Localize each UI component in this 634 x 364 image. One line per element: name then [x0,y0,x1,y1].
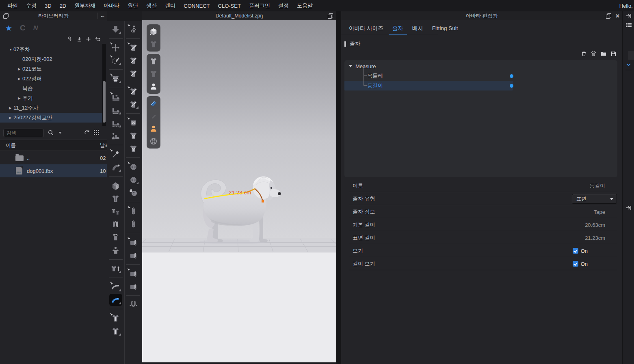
refresh-icon[interactable] [84,130,90,136]
fabric-roll4-tool-icon[interactable] [127,280,140,293]
tack-tool-icon[interactable] [109,161,122,173]
file-list-header[interactable]: 이름 날짜 [0,140,107,151]
save-icon[interactable] [610,51,617,57]
library-tree-item[interactable]: 복습 [0,84,103,93]
delete-icon[interactable] [581,51,587,57]
add-icon[interactable] [86,37,91,42]
menu-14[interactable]: 도움말 [293,2,317,9]
clo-logo-icon[interactable]: C [20,24,26,32]
close-icon[interactable]: ✕ [615,13,620,19]
undo-icon[interactable] [95,37,100,42]
n-logo-icon[interactable]: N [32,24,39,32]
library-tree-item[interactable]: ▶250227강의교안 [0,113,103,123]
library-tree-item[interactable]: ▶11_12주차 [0,103,103,113]
library-tree-item[interactable]: ▶022점퍼 [0,74,103,84]
viewport-3d-scene[interactable]: 21.23 cm [142,20,336,362]
button-lock-tool-icon[interactable] [127,187,140,199]
zipper-tool-icon[interactable] [127,218,140,230]
measure-visible-dot[interactable] [510,84,513,88]
collapse-right-icon[interactable] [623,13,634,18]
search-filter-icon[interactable] [58,132,62,134]
measure-visible-dot[interactable] [510,74,513,78]
menu-12[interactable]: 플러그인 [245,2,274,9]
library-tree-item[interactable]: 020자켓-002 [0,54,103,64]
show-globe-icon[interactable] [148,136,159,146]
checkbox-checked-icon[interactable] [573,248,578,254]
tape-type-dropdown[interactable]: 표면 [572,194,617,204]
show-sheet-icon[interactable] [148,111,159,121]
chevron-right-icon[interactable]: ▶ [9,106,13,110]
curve-sew-tool-icon[interactable] [109,117,122,129]
texture-shirt2-tool-icon[interactable] [127,142,140,155]
menu-5[interactable]: 원부자재 [70,2,100,9]
library-tree-item[interactable]: ▼07주차 [0,45,103,54]
chevron-right-icon[interactable]: ▶ [9,116,13,120]
menu-11[interactable]: CLO-SET [214,3,245,9]
walk-pose-tool-icon[interactable] [127,23,140,35]
button-place-tool-icon[interactable] [127,161,140,173]
file-row[interactable]: ..02 [0,151,107,164]
show-garment-icon[interactable] [148,56,159,66]
download-icon[interactable] [77,37,82,42]
pattern-cut-tool-icon[interactable] [127,67,140,80]
list-view-icon[interactable] [623,22,634,28]
menu-6[interactable]: 아바타 [100,2,123,9]
menu-2[interactable]: 수정 [22,2,41,9]
menu-1[interactable]: 파일 [3,2,22,9]
garment-measure-tool-icon[interactable] [109,312,122,324]
segment-sew-tool-icon[interactable] [109,91,122,103]
view-garment-icon[interactable] [148,39,159,49]
menu-10[interactable]: CONNECT [180,3,214,9]
library-tree-item[interactable]: ▶021코트 [0,64,103,74]
chevron-down-icon[interactable] [349,65,352,67]
pattern-slash-tool-icon[interactable] [127,41,140,54]
menu-9[interactable]: 렌더 [161,2,180,9]
search-input[interactable]: 검색 [3,129,44,137]
zipper-place-tool-icon[interactable] [127,205,140,217]
pattern-dart-tool-icon[interactable] [127,98,140,110]
free-sew-tool-icon[interactable] [109,104,122,116]
chevron-down-icon[interactable]: ▼ [9,47,13,52]
avatar-fit-tool-icon[interactable] [109,244,122,256]
menu-3[interactable]: 3D [41,3,56,9]
wrap-tool-icon[interactable] [109,218,122,230]
show-transfer-icon[interactable] [148,69,159,79]
fold-arrangement-tool-icon[interactable] [109,179,122,192]
float-window-icon[interactable] [328,13,333,19]
pattern-trace-tool-icon[interactable] [127,85,140,97]
library-scrollbar[interactable] [102,44,106,126]
fabric-roll2-tool-icon[interactable] [127,249,140,261]
float-window-icon[interactable] [606,13,611,19]
measure-root-row[interactable]: Measure [344,61,617,71]
sculpt-tool-icon[interactable] [109,54,122,67]
tab-3[interactable]: 배치 [408,23,428,35]
view-3d-icon[interactable] [148,27,159,37]
drape-tool-icon[interactable] [109,73,122,85]
pin-tool-icon[interactable] [109,148,122,160]
file-row[interactable]: dog001.fbx10 [0,164,107,177]
chevron-right-icon[interactable]: ▶ [18,96,22,100]
date-column-header[interactable]: 날짜 [100,142,107,149]
name-column-header[interactable]: 이름 [6,142,16,149]
menu-7[interactable]: 원단 [123,2,142,9]
button-tool-icon[interactable] [127,174,140,186]
chevron-right-icon[interactable]: ▶ [18,67,22,71]
show-fabric-icon[interactable] [148,99,159,108]
garment-measure-edit-tool-icon[interactable] [109,325,122,337]
sync-gear-icon[interactable] [68,37,73,42]
grid-view-icon[interactable] [94,130,100,136]
tape-measure-tool-icon[interactable] [109,294,122,306]
avatar-preset-icon[interactable] [591,51,597,57]
checkbox-checked-icon[interactable] [573,261,578,267]
menu-13[interactable]: 설정 [274,2,293,9]
download-tool-icon[interactable] [109,23,122,35]
menu-8[interactable]: 생산 [142,2,161,9]
measure-curve-tool-icon[interactable] [109,281,122,293]
sewing-manager-tool-icon[interactable] [109,130,122,142]
library-tree-item[interactable]: ▶추가 [0,93,103,103]
menu-4[interactable]: 2D [56,3,71,9]
tab-4[interactable]: Fitting Suit [428,23,463,35]
chevron-down-icon[interactable] [626,63,631,66]
open-folder-icon[interactable] [600,51,607,57]
search-icon[interactable] [48,130,54,136]
